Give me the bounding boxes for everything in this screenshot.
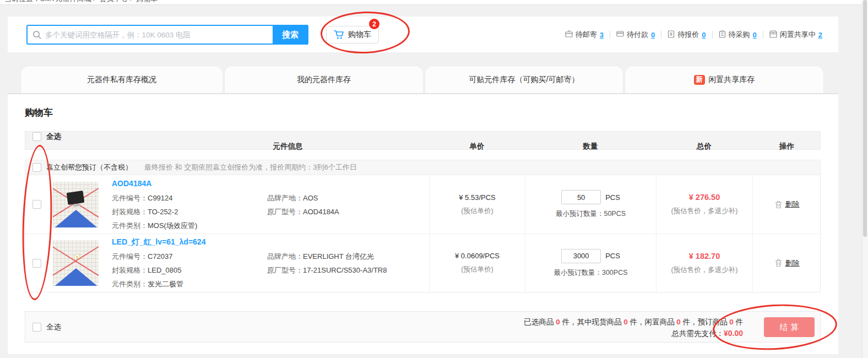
inventory-tabs: 元器件私有库存概况 我的元器件库存 可贴元件库存（可购买/可邮寄） 新 闲置共享… bbox=[8, 66, 838, 94]
preorder-count: 0 bbox=[729, 318, 734, 326]
field-label: 品牌产地： bbox=[267, 252, 303, 261]
scrollbar-thumb[interactable] bbox=[863, 0, 867, 237]
product-title-link[interactable]: AOD4184A bbox=[112, 177, 339, 191]
breadcrumb: 当前位置：SMT元器件商城 > 会员中心 > 购物车 bbox=[0, 0, 868, 5]
delete-label: 删除 bbox=[785, 199, 800, 209]
breadcrumb-text: 当前位置：SMT元器件商城 > 会员中心 > 购物车 bbox=[4, 0, 868, 4]
product-info: LED_灯_红_lv=61_λd=624 元件编号：C72037 品牌产地：EV… bbox=[112, 235, 387, 291]
vertical-scrollbar[interactable] bbox=[862, 0, 868, 358]
field-label: 品牌产地： bbox=[267, 194, 303, 202]
part-number: C72037 bbox=[148, 252, 173, 261]
quote-doc-icon bbox=[668, 30, 675, 40]
preorder-group-row: 嘉立创帮您预订（不含税） 最终报价 和 交期依照嘉立创报价为准，报价周期约：3到… bbox=[25, 160, 821, 175]
tab-label: 元器件私有库存概况 bbox=[87, 75, 156, 85]
field-label: 元件编号： bbox=[112, 194, 148, 202]
table-row: LED_灯_红_lv=61_λd=624 元件编号：C72037 品牌产地：EV… bbox=[25, 234, 820, 292]
cart-panel: 购物车 全选 元件信息 单价 数量 总价 操作 嘉立创帮您预订（不含税） 最终报… bbox=[8, 94, 838, 354]
part-number: C99124 bbox=[148, 194, 173, 202]
tab-private-stock-overview[interactable]: 元器件私有库存概况 bbox=[21, 66, 223, 94]
pay-total-line: 总共需先支付：¥0.00 bbox=[524, 328, 743, 339]
order-status-links: 待邮寄 3 待付款 0 待报价 0 待采购 0 bbox=[559, 30, 828, 40]
product-title-link[interactable]: LED_灯_红_lv=61_λd=624 bbox=[112, 235, 387, 249]
cart-button-label: 购物车 bbox=[348, 30, 371, 40]
group-checkbox[interactable] bbox=[32, 163, 41, 172]
checkout-button[interactable]: 结算 bbox=[764, 317, 815, 337]
mpn: AOD4184A bbox=[303, 208, 339, 216]
total-price-note: (预估售价，多退少补) bbox=[671, 265, 738, 275]
footer-summary: 已选商品 0 件，其中现货商品 0 件，闲置商品 0 件，预订商品 0 件 总共… bbox=[524, 316, 743, 339]
category: 发光二极管 bbox=[148, 280, 183, 288]
mail-box-icon bbox=[565, 30, 573, 39]
stat-label: 待报价 bbox=[677, 30, 699, 40]
total-price: ¥ 276.50 bbox=[689, 193, 720, 202]
total-price-note: (预估售价，多退少补) bbox=[671, 207, 738, 216]
stat-count-link[interactable]: 0 bbox=[651, 31, 655, 39]
footer-select-all-checkbox[interactable] bbox=[32, 323, 41, 332]
stat-to-pay[interactable]: 待付款 0 bbox=[610, 30, 661, 40]
row-checkbox[interactable] bbox=[32, 200, 41, 209]
search-input[interactable] bbox=[42, 31, 273, 39]
cart-icon bbox=[334, 30, 344, 40]
row-checkbox[interactable] bbox=[32, 259, 41, 268]
stat-count-link[interactable]: 3 bbox=[600, 31, 604, 39]
unit-price-note: (预估单价) bbox=[461, 265, 493, 274]
qty-input[interactable] bbox=[561, 249, 601, 263]
field-label: 原厂型号： bbox=[267, 266, 303, 274]
field-label: 元件编号： bbox=[112, 252, 148, 261]
table-header: 全选 元件信息 单价 数量 总价 操作 bbox=[25, 131, 821, 150]
stat-idle-sharing[interactable]: 闲置共享中 2 bbox=[763, 30, 828, 40]
delete-button[interactable]: 删除 bbox=[752, 234, 821, 292]
stat-count-link[interactable]: 0 bbox=[702, 31, 706, 39]
tab-my-components[interactable]: 我的元器件库存 bbox=[225, 66, 423, 94]
product-image[interactable] bbox=[53, 240, 99, 286]
col-total: 总价 bbox=[656, 142, 752, 151]
group-note: 最终报价 和 交期依照嘉立创报价为准，报价周期约：3到6个工作日 bbox=[144, 162, 357, 172]
total-price: ¥ 182.70 bbox=[689, 252, 720, 261]
card-icon bbox=[616, 30, 624, 39]
tab-idle-shared-stock[interactable]: 新 闲置共享库存 bbox=[625, 66, 823, 94]
cart-button[interactable]: 购物车 bbox=[326, 26, 379, 44]
select-all-checkbox[interactable] bbox=[32, 132, 41, 141]
min-qty-note: 最小预订数量：50PCS bbox=[556, 209, 626, 219]
selected-count-line: 已选商品 0 件，其中现货商品 0 件，闲置商品 0 件，预订商品 0 件 bbox=[524, 316, 743, 328]
mpn: 17-21SURC/S530-A3/TR8 bbox=[303, 266, 387, 274]
stat-label: 待采购 bbox=[729, 30, 750, 40]
table-row: AOD4184A 元件编号：C99124 品牌产地：AOS 封装规格：TO-25… bbox=[25, 175, 820, 234]
tab-mountable-stock[interactable]: 可贴元件库存（可购买/可邮寄） bbox=[425, 66, 623, 94]
in-stock-count: 0 bbox=[623, 318, 628, 326]
stat-count-link[interactable]: 2 bbox=[818, 31, 822, 39]
stat-to-ship[interactable]: 待邮寄 3 bbox=[559, 30, 610, 40]
unit-price: ¥ 0.0609/PCS bbox=[455, 252, 500, 260]
qty-unit: PCS bbox=[605, 193, 620, 202]
unit-price-note: (预估单价) bbox=[461, 207, 493, 216]
tab-label: 可贴元件库存（可购买/可邮寄） bbox=[469, 75, 579, 85]
unit-price: ¥ 5.53/PCS bbox=[459, 193, 496, 202]
category: MOS(场效应管) bbox=[148, 221, 197, 230]
brand: AOS bbox=[303, 194, 318, 202]
cart-rows: AOD4184A 元件编号：C99124 品牌产地：AOS 封装规格：TO-25… bbox=[25, 175, 821, 292]
selected-count: 0 bbox=[556, 318, 560, 326]
pay-amount: ¥0.00 bbox=[724, 329, 743, 338]
col-info: 元件信息 bbox=[147, 142, 429, 151]
qty-input[interactable] bbox=[561, 190, 601, 204]
stat-count-link[interactable]: 0 bbox=[753, 31, 757, 39]
tab-label: 闲置共享库存 bbox=[708, 75, 755, 85]
tab-label: 我的元器件库存 bbox=[297, 75, 351, 85]
stat-to-purchase[interactable]: 待采购 0 bbox=[713, 30, 763, 40]
stat-label: 闲置共享中 bbox=[780, 30, 816, 40]
page-title: 购物车 bbox=[25, 106, 53, 119]
min-qty-note: 最小预订数量：300PCS bbox=[554, 268, 627, 278]
product-image[interactable] bbox=[53, 182, 99, 227]
brand: EVERLIGHT 台湾亿光 bbox=[303, 252, 374, 261]
cart-footer-bar: 全选 已选商品 0 件，其中现货商品 0 件，闲置商品 0 件，预订商品 0 件… bbox=[25, 311, 821, 343]
delete-button[interactable]: 删除 bbox=[752, 175, 821, 234]
delete-label: 删除 bbox=[785, 258, 800, 268]
qty-unit: PCS bbox=[605, 252, 620, 260]
share-box-icon bbox=[769, 30, 777, 40]
search-button[interactable]: 搜索 bbox=[273, 25, 308, 45]
clipboard-icon bbox=[719, 30, 726, 40]
col-qty: 数量 bbox=[525, 142, 656, 151]
package: TO-252-2 bbox=[148, 208, 178, 216]
stat-to-quote[interactable]: 待报价 0 bbox=[661, 30, 712, 40]
trash-icon bbox=[775, 259, 782, 267]
